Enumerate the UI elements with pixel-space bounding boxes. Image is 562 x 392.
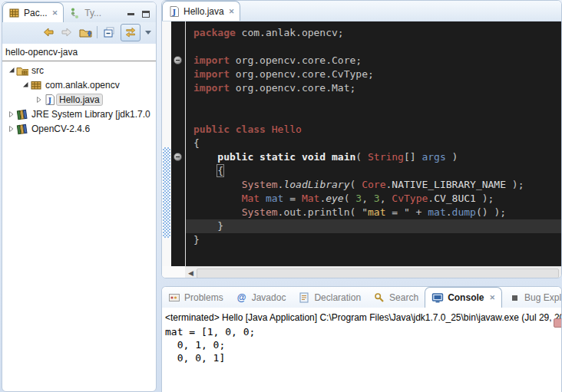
code-line-6[interactable] (193, 95, 561, 109)
tab-label: Ty... (84, 8, 101, 18)
tab-console[interactable]: Console✕ (425, 287, 502, 308)
close-icon[interactable]: ✕ (52, 9, 58, 17)
tab-label: Problems (184, 292, 223, 303)
editor-pane: J Hello.java ✕ package com.anlak.opencv;… (161, 0, 562, 278)
scroll-left-icon[interactable]: ◀ (185, 269, 197, 277)
package-explorer-pane: Pac... ✕ Ty... (2, 2, 157, 392)
console-icon (431, 292, 444, 304)
tab-label: Declaration (314, 292, 361, 303)
editor-hscrollbar[interactable]: ◀ (185, 266, 561, 278)
code-line-11[interactable]: { (193, 164, 561, 178)
tree-item-com-anlak-opencv[interactable]: com.anlak.opencv (2, 77, 156, 92)
up-folder-icon[interactable] (78, 25, 92, 39)
code-line-3[interactable]: import org.opencv.core.Core; (193, 54, 561, 68)
tree-item-label: com.anlak.opencv (42, 79, 123, 91)
view-menu-icon[interactable] (145, 31, 151, 35)
tree-item-label: Hello.java (56, 94, 103, 106)
code-line-9[interactable]: { (193, 137, 561, 150)
tree-item-label: JRE System Library [jdk1.7.0 (28, 108, 154, 120)
collapse-all-icon[interactable] (102, 25, 116, 39)
tab-label: Pac... (24, 8, 48, 18)
tab-label: Bug Explorer (524, 292, 562, 303)
code-line-15[interactable]: } (186, 219, 561, 233)
close-icon[interactable]: ✕ (229, 8, 235, 15)
tree-item-label: OpenCV-2.4.6 (28, 123, 93, 135)
code-line-12[interactable]: System.loadLibrary( Core.NATIVE_LIBRARY_… (193, 178, 561, 192)
hscrollbar-thumb[interactable] (197, 268, 559, 278)
console-pane: Problems@JavadocDeclarationSearchConsole… (161, 286, 562, 392)
tab-package-explorer[interactable]: Pac... ✕ (2, 2, 64, 22)
expand-arrow-icon[interactable] (7, 110, 16, 119)
fold-collapse-icon[interactable] (174, 153, 182, 161)
left-tabbar: Pac... ✕ Ty... (2, 2, 156, 22)
collapse-arrow-icon[interactable] (7, 66, 16, 75)
tree-item-jre-system-library-jdk1-7-0[interactable]: JRE System Library [jdk1.7.0 (2, 107, 156, 121)
link-with-editor-button[interactable] (121, 24, 140, 41)
tab-javadoc[interactable]: @Javadoc (230, 288, 293, 308)
tab-search[interactable]: Search (367, 288, 425, 308)
bug-square-icon (508, 292, 521, 304)
annotation-ruler[interactable] (162, 21, 171, 266)
collapse-arrow-icon[interactable] (21, 81, 30, 90)
close-icon[interactable]: ✕ (489, 294, 495, 301)
method-range-indicator (163, 147, 170, 238)
code-line-5[interactable]: import org.opencv.core.Mat; (193, 81, 561, 95)
tab-problems[interactable]: Problems (162, 288, 230, 308)
svg-text:J: J (48, 96, 51, 104)
search-icon (373, 292, 385, 304)
type-hierarchy-icon (69, 7, 81, 19)
code-line-1[interactable]: package com.anlak.opencv; (193, 26, 561, 40)
code-line-4[interactable]: import org.opencv.core.CvType; (193, 68, 561, 81)
javadoc-icon: @ (236, 292, 248, 304)
code-line-14[interactable]: System.out.println( "mat = " + mat.dump(… (193, 206, 561, 219)
package-folder-icon (16, 64, 28, 77)
minimize-icon[interactable] (127, 13, 134, 15)
java-file-icon: J (44, 94, 56, 106)
tab-label: Hello.java (183, 6, 224, 17)
bottom-tabbar: Problems@JavadocDeclarationSearchConsole… (162, 287, 561, 308)
code-line-2[interactable] (193, 40, 561, 54)
declaration-icon (298, 292, 310, 304)
scrollbar-corner (162, 266, 185, 278)
code-line-8[interactable]: public class Hello (193, 123, 561, 137)
tab-label: Javadoc (252, 292, 286, 303)
tab-label: Console (448, 292, 484, 303)
code-line-13[interactable]: Mat mat = Mat.eye( 3, 3, CvType.CV_8UC1 … (193, 192, 561, 206)
project-root-label[interactable]: hello-opencv-java (2, 44, 156, 59)
tab-bug-explorer[interactable]: Bug Explorer (502, 288, 562, 308)
tab-declaration[interactable]: Declaration (292, 288, 367, 308)
tree-item-hello-java[interactable]: JHello.java (2, 92, 156, 107)
forward-arrow-icon[interactable] (60, 25, 74, 39)
tab-hello-java[interactable]: J Hello.java ✕ (162, 1, 240, 21)
package-explorer-icon (8, 7, 21, 19)
expand-arrow-icon[interactable] (7, 124, 16, 133)
code-editor[interactable]: package com.anlak.opencv;import org.open… (185, 21, 561, 266)
library-icon (16, 108, 28, 120)
fold-gutter[interactable] (171, 21, 185, 266)
console-body: <terminated> Hello [Java Application] C:… (162, 312, 561, 392)
console-output[interactable]: mat = [1, 0, 0; 0, 1, 0; 0, 0, 1] (165, 325, 561, 364)
svg-text:J: J (172, 8, 176, 15)
tab-type-hierarchy[interactable]: Ty... (64, 3, 107, 22)
eclipse-window: Pac... ✕ Ty... (0, 0, 562, 392)
maximize-icon[interactable] (142, 11, 150, 18)
toolbar-separator (97, 26, 98, 38)
tree-item-opencv-2-4-6[interactable]: OpenCV-2.4.6 (2, 121, 156, 136)
console-process-label: <terminated> Hello [Java Application] C:… (165, 312, 561, 323)
java-file-icon: J (168, 5, 180, 18)
editor-bottom: ◀ (162, 266, 561, 278)
back-arrow-icon[interactable] (41, 25, 55, 39)
editor-tabbar: J Hello.java ✕ (162, 1, 561, 21)
code-line-7[interactable] (193, 109, 561, 123)
terminate-button[interactable] (554, 318, 562, 328)
expand-arrow-icon[interactable] (35, 95, 44, 104)
package-explorer-toolbar (2, 22, 156, 44)
tree-item-src[interactable]: src (2, 63, 156, 77)
code-line-16[interactable]: } (193, 233, 561, 247)
package-explorer-tree-area: hello-opencv-java srccom.anlak.opencvJHe… (2, 44, 156, 136)
library-icon (16, 123, 28, 135)
pane-window-buttons (127, 11, 156, 22)
fold-collapse-icon[interactable] (174, 56, 182, 64)
left-pane-header: Pac... ✕ Ty... (2, 2, 156, 44)
code-line-10[interactable]: public static void main( String[] args ) (193, 150, 561, 164)
